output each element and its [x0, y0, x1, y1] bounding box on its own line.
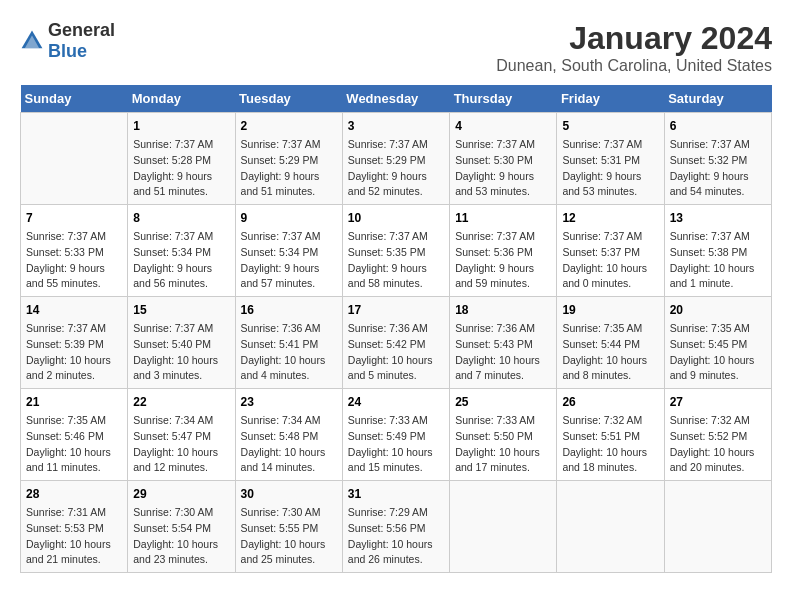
calendar-cell — [450, 481, 557, 573]
logo-blue: Blue — [48, 41, 87, 61]
logo: General Blue — [20, 20, 115, 62]
cell-content: Sunrise: 7:37 AMSunset: 5:35 PMDaylight:… — [348, 229, 444, 292]
logo-text: General Blue — [48, 20, 115, 62]
calendar-cell: 15Sunrise: 7:37 AMSunset: 5:40 PMDayligh… — [128, 297, 235, 389]
day-of-week-header: Thursday — [450, 85, 557, 113]
day-number: 18 — [455, 301, 551, 319]
day-number: 25 — [455, 393, 551, 411]
logo-icon — [20, 29, 44, 53]
calendar-week-row: 7Sunrise: 7:37 AMSunset: 5:33 PMDaylight… — [21, 205, 772, 297]
calendar-header: SundayMondayTuesdayWednesdayThursdayFrid… — [21, 85, 772, 113]
day-number: 4 — [455, 117, 551, 135]
day-number: 12 — [562, 209, 658, 227]
calendar-cell: 14Sunrise: 7:37 AMSunset: 5:39 PMDayligh… — [21, 297, 128, 389]
day-number: 27 — [670, 393, 766, 411]
cell-content: Sunrise: 7:37 AMSunset: 5:38 PMDaylight:… — [670, 229, 766, 292]
calendar-cell: 2Sunrise: 7:37 AMSunset: 5:29 PMDaylight… — [235, 113, 342, 205]
subtitle: Dunean, South Carolina, United States — [496, 57, 772, 75]
calendar-cell: 22Sunrise: 7:34 AMSunset: 5:47 PMDayligh… — [128, 389, 235, 481]
day-number: 19 — [562, 301, 658, 319]
calendar-cell: 3Sunrise: 7:37 AMSunset: 5:29 PMDaylight… — [342, 113, 449, 205]
day-number: 13 — [670, 209, 766, 227]
calendar-cell: 27Sunrise: 7:32 AMSunset: 5:52 PMDayligh… — [664, 389, 771, 481]
header-row: SundayMondayTuesdayWednesdayThursdayFrid… — [21, 85, 772, 113]
cell-content: Sunrise: 7:37 AMSunset: 5:29 PMDaylight:… — [348, 137, 444, 200]
day-number: 11 — [455, 209, 551, 227]
day-number: 29 — [133, 485, 229, 503]
cell-content: Sunrise: 7:35 AMSunset: 5:45 PMDaylight:… — [670, 321, 766, 384]
day-of-week-header: Tuesday — [235, 85, 342, 113]
calendar-cell: 30Sunrise: 7:30 AMSunset: 5:55 PMDayligh… — [235, 481, 342, 573]
cell-content: Sunrise: 7:30 AMSunset: 5:54 PMDaylight:… — [133, 505, 229, 568]
day-number: 9 — [241, 209, 337, 227]
calendar-cell: 9Sunrise: 7:37 AMSunset: 5:34 PMDaylight… — [235, 205, 342, 297]
cell-content: Sunrise: 7:36 AMSunset: 5:43 PMDaylight:… — [455, 321, 551, 384]
title-section: January 2024 Dunean, South Carolina, Uni… — [496, 20, 772, 75]
cell-content: Sunrise: 7:37 AMSunset: 5:34 PMDaylight:… — [133, 229, 229, 292]
day-number: 10 — [348, 209, 444, 227]
calendar-cell: 20Sunrise: 7:35 AMSunset: 5:45 PMDayligh… — [664, 297, 771, 389]
cell-content: Sunrise: 7:37 AMSunset: 5:32 PMDaylight:… — [670, 137, 766, 200]
cell-content: Sunrise: 7:34 AMSunset: 5:48 PMDaylight:… — [241, 413, 337, 476]
calendar-cell: 1Sunrise: 7:37 AMSunset: 5:28 PMDaylight… — [128, 113, 235, 205]
day-of-week-header: Wednesday — [342, 85, 449, 113]
header: General Blue January 2024 Dunean, South … — [20, 20, 772, 75]
cell-content: Sunrise: 7:36 AMSunset: 5:42 PMDaylight:… — [348, 321, 444, 384]
calendar-cell — [557, 481, 664, 573]
calendar-cell: 26Sunrise: 7:32 AMSunset: 5:51 PMDayligh… — [557, 389, 664, 481]
cell-content: Sunrise: 7:37 AMSunset: 5:40 PMDaylight:… — [133, 321, 229, 384]
day-of-week-header: Sunday — [21, 85, 128, 113]
logo-general: General — [48, 20, 115, 40]
cell-content: Sunrise: 7:34 AMSunset: 5:47 PMDaylight:… — [133, 413, 229, 476]
cell-content: Sunrise: 7:31 AMSunset: 5:53 PMDaylight:… — [26, 505, 122, 568]
calendar-cell: 25Sunrise: 7:33 AMSunset: 5:50 PMDayligh… — [450, 389, 557, 481]
cell-content: Sunrise: 7:29 AMSunset: 5:56 PMDaylight:… — [348, 505, 444, 568]
cell-content: Sunrise: 7:37 AMSunset: 5:28 PMDaylight:… — [133, 137, 229, 200]
calendar-table: SundayMondayTuesdayWednesdayThursdayFrid… — [20, 85, 772, 573]
cell-content: Sunrise: 7:33 AMSunset: 5:50 PMDaylight:… — [455, 413, 551, 476]
calendar-cell: 8Sunrise: 7:37 AMSunset: 5:34 PMDaylight… — [128, 205, 235, 297]
calendar-cell: 7Sunrise: 7:37 AMSunset: 5:33 PMDaylight… — [21, 205, 128, 297]
day-number: 28 — [26, 485, 122, 503]
day-number: 17 — [348, 301, 444, 319]
calendar-cell: 23Sunrise: 7:34 AMSunset: 5:48 PMDayligh… — [235, 389, 342, 481]
day-number: 20 — [670, 301, 766, 319]
calendar-cell: 29Sunrise: 7:30 AMSunset: 5:54 PMDayligh… — [128, 481, 235, 573]
day-number: 26 — [562, 393, 658, 411]
calendar-cell: 10Sunrise: 7:37 AMSunset: 5:35 PMDayligh… — [342, 205, 449, 297]
calendar-cell: 6Sunrise: 7:37 AMSunset: 5:32 PMDaylight… — [664, 113, 771, 205]
calendar-cell: 18Sunrise: 7:36 AMSunset: 5:43 PMDayligh… — [450, 297, 557, 389]
calendar-cell: 24Sunrise: 7:33 AMSunset: 5:49 PMDayligh… — [342, 389, 449, 481]
day-number: 30 — [241, 485, 337, 503]
calendar-cell: 28Sunrise: 7:31 AMSunset: 5:53 PMDayligh… — [21, 481, 128, 573]
calendar-cell: 17Sunrise: 7:36 AMSunset: 5:42 PMDayligh… — [342, 297, 449, 389]
calendar-cell: 19Sunrise: 7:35 AMSunset: 5:44 PMDayligh… — [557, 297, 664, 389]
day-number: 22 — [133, 393, 229, 411]
calendar-cell — [664, 481, 771, 573]
cell-content: Sunrise: 7:35 AMSunset: 5:44 PMDaylight:… — [562, 321, 658, 384]
cell-content: Sunrise: 7:37 AMSunset: 5:30 PMDaylight:… — [455, 137, 551, 200]
calendar-cell: 4Sunrise: 7:37 AMSunset: 5:30 PMDaylight… — [450, 113, 557, 205]
calendar-cell: 21Sunrise: 7:35 AMSunset: 5:46 PMDayligh… — [21, 389, 128, 481]
cell-content: Sunrise: 7:35 AMSunset: 5:46 PMDaylight:… — [26, 413, 122, 476]
calendar-week-row: 21Sunrise: 7:35 AMSunset: 5:46 PMDayligh… — [21, 389, 772, 481]
day-of-week-header: Saturday — [664, 85, 771, 113]
calendar-week-row: 1Sunrise: 7:37 AMSunset: 5:28 PMDaylight… — [21, 113, 772, 205]
calendar-cell: 12Sunrise: 7:37 AMSunset: 5:37 PMDayligh… — [557, 205, 664, 297]
day-number: 14 — [26, 301, 122, 319]
day-number: 2 — [241, 117, 337, 135]
day-number: 15 — [133, 301, 229, 319]
cell-content: Sunrise: 7:37 AMSunset: 5:34 PMDaylight:… — [241, 229, 337, 292]
day-number: 5 — [562, 117, 658, 135]
day-of-week-header: Monday — [128, 85, 235, 113]
cell-content: Sunrise: 7:32 AMSunset: 5:52 PMDaylight:… — [670, 413, 766, 476]
calendar-week-row: 14Sunrise: 7:37 AMSunset: 5:39 PMDayligh… — [21, 297, 772, 389]
cell-content: Sunrise: 7:37 AMSunset: 5:29 PMDaylight:… — [241, 137, 337, 200]
day-number: 31 — [348, 485, 444, 503]
day-number: 21 — [26, 393, 122, 411]
cell-content: Sunrise: 7:37 AMSunset: 5:31 PMDaylight:… — [562, 137, 658, 200]
day-number: 6 — [670, 117, 766, 135]
calendar-body: 1Sunrise: 7:37 AMSunset: 5:28 PMDaylight… — [21, 113, 772, 573]
calendar-week-row: 28Sunrise: 7:31 AMSunset: 5:53 PMDayligh… — [21, 481, 772, 573]
day-number: 16 — [241, 301, 337, 319]
